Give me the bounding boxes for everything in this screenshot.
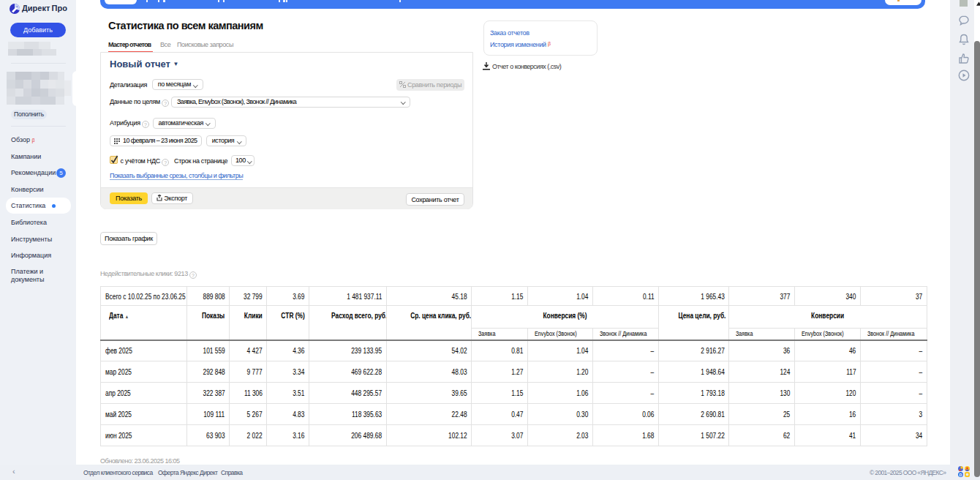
svg-text:D: D	[960, 473, 962, 477]
